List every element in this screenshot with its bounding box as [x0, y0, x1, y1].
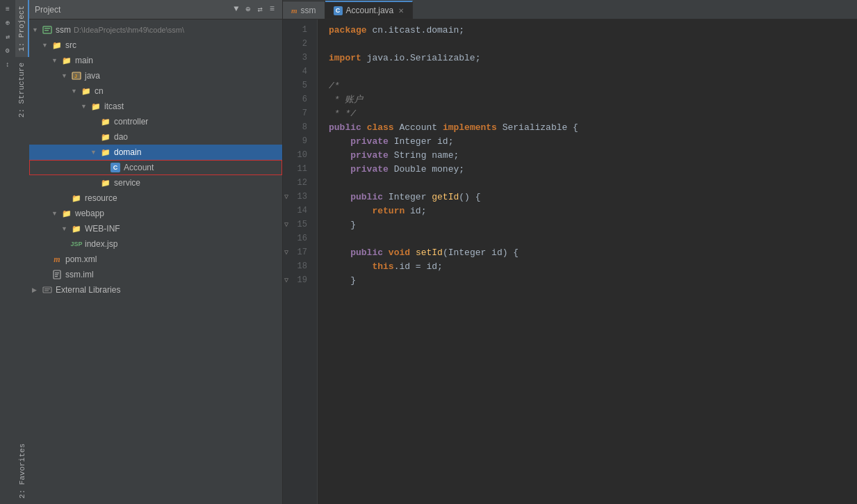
toolbar-btn-1[interactable]: ≡: [1, 3, 14, 15]
svg-rect-10: [43, 287, 51, 293]
extlib-icon: [42, 284, 53, 295]
tree-arrow: ▶: [32, 286, 42, 293]
project-icon: [42, 24, 53, 35]
line-num-15: ▽15: [283, 218, 311, 232]
editor-area: m ssm C Account.java ✕ 1 2 3 4 5 6 7 8 9…: [283, 0, 857, 504]
tree-item-resource[interactable]: 📁 resource: [29, 190, 282, 206]
tree-item-itcast[interactable]: ▼ 📁 itcast: [29, 99, 282, 114]
tab-close-button[interactable]: ✕: [398, 7, 404, 15]
tab-ssm[interactable]: m ssm: [283, 1, 325, 19]
tree-item-webinf[interactable]: ▼ 📁 WEB-INF: [29, 221, 282, 236]
folder-icon: 📁: [71, 223, 82, 234]
code-content[interactable]: package cn.itcast.domain; import java.io…: [318, 19, 857, 504]
tree-item-cn[interactable]: ▼ 📁 cn: [29, 83, 282, 99]
sidebar-item-favorites[interactable]: 2: Favorites: [16, 438, 28, 504]
sidebar-item-project[interactable]: 1: Project: [15, 0, 29, 57]
svg-rect-8: [55, 275, 58, 275]
code-editor[interactable]: 1 2 3 4 5 6 7 8 9 10 11 12 ▽13 14 ▽15 16…: [283, 19, 857, 504]
sidebar-item-structure[interactable]: 2: Structure: [15, 57, 29, 123]
code-line-9: private Integer id;: [329, 135, 857, 149]
tree-item-ssmiml[interactable]: ssm.iml: [29, 267, 282, 282]
code-line-1: package cn.itcast.domain;: [329, 24, 857, 38]
tab-account[interactable]: C Account.java ✕: [325, 1, 414, 19]
line-num-2: 2: [283, 38, 311, 51]
svg-text:J: J: [74, 74, 77, 79]
code-line-14: return id;: [329, 204, 857, 218]
tree-item-ssm[interactable]: ▼ ssm D:\IdeaProjects\hm49\code\ssm\: [29, 22, 282, 38]
toolbar-btn-3[interactable]: ⇄: [1, 31, 14, 43]
folder-icon: 📁: [81, 86, 92, 97]
tree-item-indexjsp[interactable]: JSP index.jsp: [29, 236, 282, 252]
panel-icon-sync[interactable]: ⇄: [256, 3, 265, 15]
panel-icon-down[interactable]: ▼: [231, 3, 240, 15]
tree-item-service[interactable]: 📁 service: [29, 175, 282, 190]
code-line-15: }: [329, 218, 857, 232]
tree-arrow: ▼: [32, 26, 42, 33]
code-line-3: import java.io.Serializable;: [329, 51, 857, 65]
tree-label: controller: [114, 117, 148, 127]
code-line-6: * 账户: [329, 93, 857, 107]
tree-item-domain[interactable]: ▼ 📁 domain: [29, 145, 282, 160]
fold-arrow-13[interactable]: ▽: [284, 192, 288, 203]
svg-rect-9: [55, 276, 58, 277]
tree-item-account[interactable]: C Account: [29, 160, 282, 175]
tree-arrow: ▼: [51, 57, 61, 64]
code-line-4: [329, 65, 857, 79]
tree-label: index.jsp: [85, 239, 117, 249]
tree-label: External Libraries: [56, 285, 120, 295]
fold-arrow-15[interactable]: ▽: [284, 220, 288, 231]
tree-label: java: [85, 71, 100, 81]
code-line-13: public Integer getId () {: [329, 190, 857, 204]
folder-icon: 📁: [100, 177, 111, 188]
tree-item-main[interactable]: ▼ 📁 main: [29, 53, 282, 68]
code-line-11: private Double money;: [329, 163, 857, 177]
code-line-8: public class Account implements Serializ…: [329, 121, 857, 135]
code-line-12: [329, 177, 857, 190]
toolbar-btn-4[interactable]: ⚙: [1, 44, 14, 57]
tree-label: WEB-INF: [85, 224, 120, 234]
toolbar-btn-2[interactable]: ⊕: [1, 17, 14, 29]
svg-rect-7: [55, 273, 59, 273]
line-num-14: 14: [283, 204, 311, 218]
tree-item-extlibs[interactable]: ▶ External Libraries: [29, 282, 282, 298]
line-num-1: 1: [283, 24, 311, 38]
tree-item-pomxml[interactable]: m pom.xml: [29, 252, 282, 267]
tree-item-controller[interactable]: 📁 controller: [29, 114, 282, 129]
kw-private2: private: [350, 149, 389, 163]
toolbar-btn-5[interactable]: ↕: [1, 58, 14, 71]
kw-public3: public: [350, 246, 383, 261]
class-tab-icon: C: [334, 6, 343, 15]
line-num-13: ▽13: [283, 190, 311, 204]
kw-private: private: [350, 135, 389, 149]
comment-text: * 账户: [329, 93, 363, 108]
line-num-19: ▽19: [283, 274, 311, 288]
kw-public2: public: [350, 190, 383, 205]
tree-label-account: Account: [124, 163, 154, 172]
panel-icon-add[interactable]: ⊕: [243, 3, 252, 15]
tree-arrow: ▼: [81, 103, 90, 110]
fold-arrow-17[interactable]: ▽: [284, 247, 288, 259]
tree-item-java[interactable]: ▼ J java: [29, 68, 282, 83]
tree-item-dao[interactable]: 📁 dao: [29, 129, 282, 145]
comment-open: /*: [329, 79, 340, 94]
code-line-17: public void setId (Integer id) {: [329, 246, 857, 260]
kw-implements: implements: [443, 121, 497, 136]
fold-arrow-19[interactable]: ▽: [284, 275, 288, 286]
svg-rect-11: [44, 288, 50, 289]
tree-label: cn: [95, 86, 104, 96]
tree-arrow: [42, 271, 51, 278]
tree-label: main: [75, 56, 93, 65]
tree-arrow: ▼: [42, 42, 51, 49]
line-num-5: 5: [283, 79, 311, 93]
line-num-6: 6: [283, 93, 311, 107]
kw-return: return: [372, 204, 405, 219]
code-line-5: /*: [329, 79, 857, 93]
tree-item-src[interactable]: ▼ 📁 src: [29, 38, 282, 53]
fn-setid: setId: [416, 246, 443, 261]
java-folder-icon: J: [71, 70, 82, 81]
folder-icon: 📁: [100, 147, 111, 158]
code-line-18: this .id = id;: [329, 260, 857, 274]
panel-icon-settings[interactable]: ≡: [268, 3, 277, 15]
tree-item-webapp[interactable]: ▼ 📁 webapp: [29, 206, 282, 221]
panel-title: Project: [35, 5, 60, 15]
